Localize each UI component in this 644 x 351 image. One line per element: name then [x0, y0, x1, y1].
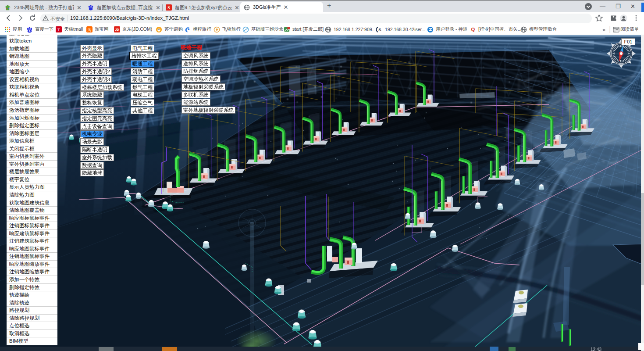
svg-text:Q: Q [471, 27, 475, 32]
svg-text:S: S [378, 28, 381, 32]
svg-text:淘: 淘 [88, 28, 92, 32]
svg-text:JD: JD [115, 28, 119, 31]
svg-text:S: S [167, 5, 170, 10]
svg-text:T: T [57, 27, 60, 32]
